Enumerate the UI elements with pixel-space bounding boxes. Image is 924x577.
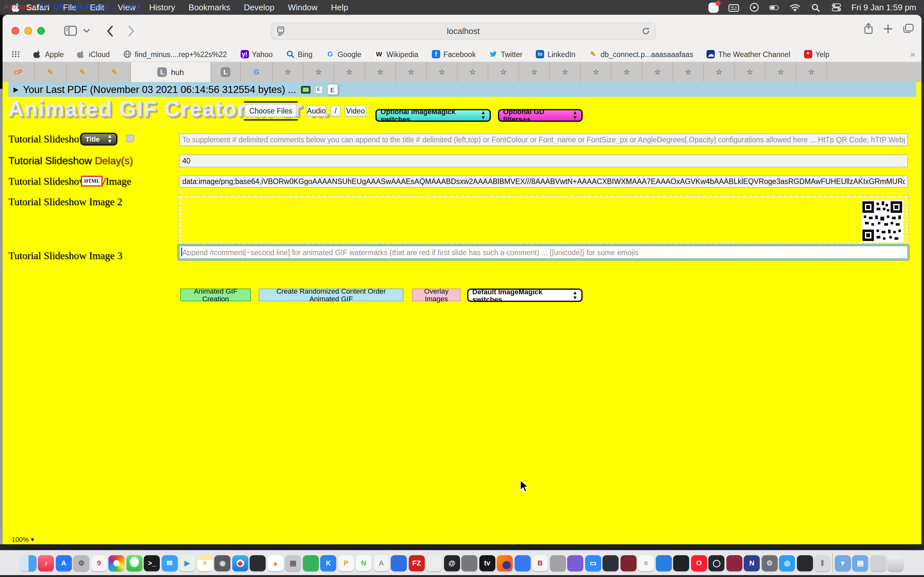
- dock-app-gear[interactable]: ⚙: [762, 555, 778, 571]
- dock-app-purple[interactable]: [567, 555, 583, 571]
- dock-app-navy[interactable]: N: [744, 555, 760, 571]
- dock-app-maroon-2[interactable]: [726, 555, 742, 571]
- dock-app-blue-3[interactable]: [656, 555, 672, 571]
- menu-item[interactable]: History: [149, 3, 175, 12]
- app-notification-icon[interactable]: [708, 2, 719, 13]
- comment-input[interactable]: [179, 245, 908, 259]
- dock-app-maroon-1[interactable]: [620, 555, 636, 571]
- email-icon-large[interactable]: E: [327, 84, 338, 95]
- sidebar-chevron-down-icon[interactable]: [83, 29, 90, 33]
- battery-icon[interactable]: [769, 3, 780, 12]
- dock-settings[interactable]: ⚙: [73, 555, 89, 571]
- dock-app-white-1[interactable]: [426, 555, 443, 571]
- favorite-google[interactable]: G Google: [326, 50, 361, 58]
- dock-trash[interactable]: [888, 555, 904, 571]
- dock-calendar[interactable]: 9: [91, 555, 107, 571]
- dock-folder-documents[interactable]: ▤: [853, 555, 869, 571]
- dock-app-blue-1[interactable]: [391, 555, 407, 571]
- dock-pages[interactable]: P: [338, 555, 354, 571]
- tab-bookmark[interactable]: ☆: [519, 62, 550, 82]
- dock-zoom[interactable]: ▭: [585, 555, 601, 571]
- keyboard-icon[interactable]: [728, 3, 739, 12]
- dock-finder[interactable]: [21, 555, 37, 571]
- tab-editor-1[interactable]: ✎: [35, 62, 67, 82]
- favorites-overflow-chevron[interactable]: »: [911, 49, 915, 59]
- favorite-yelp[interactable]: * Yelp: [804, 50, 829, 58]
- default-imagemagick-select[interactable]: Default ImageMagick switches ...▲▼: [467, 288, 583, 302]
- overlay-images-button[interactable]: Overlay Images: [412, 288, 461, 301]
- tab-bookmark[interactable]: ☆: [550, 62, 581, 82]
- favorite-db-connect[interactable]: ✎ db_connect.p...aaasaaafaas: [589, 50, 693, 58]
- tab-bookmark[interactable]: ☆: [457, 62, 488, 82]
- menu-item[interactable]: Window: [288, 3, 318, 12]
- menu-item[interactable]: Bookmarks: [189, 3, 230, 12]
- tab-bookmark[interactable]: ☆: [642, 62, 673, 82]
- tab-bookmark[interactable]: ☆: [581, 62, 612, 82]
- dock-app-dark-1[interactable]: [250, 555, 266, 571]
- zoom-window-button[interactable]: [37, 27, 45, 35]
- tab-bookmark[interactable]: ☆: [396, 62, 427, 82]
- dock-minimized-window[interactable]: [870, 555, 886, 571]
- dock-divider[interactable]: [832, 553, 833, 572]
- dock-bbedit[interactable]: B: [532, 555, 548, 571]
- tab-bookmark[interactable]: ☆: [488, 62, 519, 82]
- dock-photo-booth[interactable]: ◉: [215, 555, 231, 571]
- dock-vlc[interactable]: ▲: [268, 555, 284, 571]
- favorite-apple[interactable]: Apple: [33, 50, 64, 58]
- tab-bookmark[interactable]: ☆: [735, 62, 766, 82]
- html-badge-button[interactable]: HTML: [81, 176, 103, 187]
- dock-app-store[interactable]: A: [56, 555, 72, 571]
- dock-app-gray-2[interactable]: [550, 555, 566, 571]
- sidebar-toggle-icon[interactable]: [64, 26, 77, 36]
- tab-editor-2[interactable]: ✎: [67, 62, 99, 82]
- dock-firefox[interactable]: [497, 555, 513, 571]
- dock-bluetooth[interactable]: ᛒ: [814, 555, 830, 571]
- close-window-button[interactable]: [11, 27, 19, 35]
- choose-files-button[interactable]: Choose Files: [244, 104, 297, 117]
- dock-textedit[interactable]: A: [373, 555, 389, 571]
- tab-bookmark[interactable]: ☆: [704, 62, 735, 82]
- dock-app-blue-circle[interactable]: ◎: [779, 555, 795, 571]
- dock-app-gray-1[interactable]: [462, 555, 478, 571]
- result-bar[interactable]: ▶ Your Last PDF (November 03 2021 06:14:…: [8, 82, 916, 97]
- dock-opera[interactable]: O: [691, 555, 707, 571]
- tab-editor-3[interactable]: ✎: [99, 62, 131, 82]
- title-checkbox[interactable]: [126, 135, 134, 142]
- tab-bookmark[interactable]: ☆: [673, 62, 704, 82]
- dock-keynote[interactable]: K: [320, 555, 336, 571]
- tab-google[interactable]: G: [241, 62, 273, 82]
- share-icon[interactable]: [864, 23, 873, 35]
- favorite-facebook[interactable]: f Facebook: [432, 50, 476, 58]
- dock-folder-downloads[interactable]: ▾: [835, 555, 851, 571]
- page-settings-icon[interactable]: [276, 26, 285, 36]
- favorite-find-minus[interactable]: find_minus....rep+%22s%22: [123, 50, 227, 58]
- dock-apple-tv[interactable]: tv: [479, 555, 495, 571]
- menu-item[interactable]: Develop: [244, 3, 274, 12]
- tab-overview-icon[interactable]: [903, 24, 914, 33]
- dock-messages[interactable]: [126, 555, 142, 571]
- tab-bookmark[interactable]: ☆: [766, 62, 796, 82]
- dock-doc-app[interactable]: ≡: [638, 555, 654, 571]
- delay-input[interactable]: [179, 155, 908, 167]
- dock-maps[interactable]: ▶: [179, 555, 195, 571]
- dock-app-dark-4[interactable]: [797, 555, 813, 571]
- dock-app-dark-2[interactable]: [603, 555, 619, 571]
- tab-bookmark[interactable]: ☆: [273, 62, 304, 82]
- tab-bookmark[interactable]: ☆: [365, 62, 396, 82]
- favorite-wikipedia[interactable]: W Wikipedia: [375, 50, 418, 58]
- audio-button[interactable]: Audio: [306, 105, 326, 117]
- imagemagick-switches-select[interactable]: Optional ImageMagick switches ...▲▼: [375, 109, 491, 122]
- dock-terminal[interactable]: >_: [144, 555, 160, 571]
- favorite-bing[interactable]: Bing: [286, 50, 312, 58]
- menu-bar-clock[interactable]: Fri 9 Jan 1:59 pm: [851, 3, 916, 12]
- tab-cpanel[interactable]: cP: [3, 62, 35, 82]
- image-data-input[interactable]: [179, 175, 908, 188]
- dock-music[interactable]: ♪: [38, 555, 54, 571]
- dock-app-blue-2[interactable]: [515, 555, 531, 571]
- tab-bookmark[interactable]: ☆: [612, 62, 642, 82]
- minimize-window-button[interactable]: [24, 27, 32, 35]
- dock-github[interactable]: ◯: [709, 555, 725, 571]
- dock-launchpad[interactable]: ▦: [285, 555, 301, 571]
- image2-dropzone[interactable]: [179, 195, 908, 244]
- tab-bookmark[interactable]: ☆: [427, 62, 457, 82]
